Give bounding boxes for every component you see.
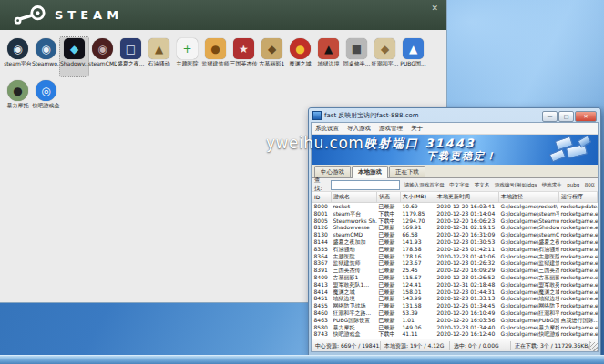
road-rash-icon: ● [7, 80, 28, 101]
table-row[interactable]: 8409古墓丽影1已最新115.672020-12-23 01:26:52G:\… [312, 274, 598, 281]
close-icon[interactable]: ✕ [431, 5, 438, 13]
table-cell: 下载中 [377, 210, 401, 217]
desktop-shortcut[interactable]: ◆古墓丽影1 [258, 37, 286, 76]
desktop-shortcut[interactable]: ■同桌修半... [343, 37, 371, 76]
table-cell: 8364 [312, 253, 332, 260]
table-cell: steam平台 [332, 210, 377, 217]
desktop-shortcut[interactable]: ◉steam平台 [4, 37, 32, 76]
city-hammers-icon: ● [290, 38, 311, 59]
desktop-shortcut[interactable]: ●监狱建筑师 [201, 37, 230, 76]
table-row[interactable]: 8451地狱边境已最新143.992020-12-23 01:33:13G:\l… [312, 295, 598, 302]
column-header[interactable]: ID [312, 192, 332, 203]
table-row[interactable]: 8144盛夏之夜加加已最新141.932020-12-23 01:30:53G:… [312, 238, 598, 246]
tab-本地游戏[interactable]: 本地游戏 [352, 166, 388, 178]
table-row[interactable]: 8580暴力摩托已最新149.062020-12-23 01:34:40G:\l… [312, 324, 598, 331]
table-cell: rocketgame.exe [559, 274, 598, 281]
table-header-row[interactable]: ID游戏名状态大小(MB)本地更新时间本地路径运行程序 [312, 192, 598, 203]
desktop-shortcut[interactable]: □盛夏之夜... [117, 37, 145, 76]
minimize-button[interactable]: — [542, 111, 558, 122]
table-cell: rocketgame.exe [559, 238, 598, 246]
table-body: 8000rocket已最新10.692020-12-20 16:03:41G:\… [312, 203, 598, 339]
close-button[interactable]: ✕ [575, 111, 597, 122]
table-row[interactable]: 8126Shadowverse已最新169.912020-12-31 02:19… [312, 224, 598, 231]
desktop-shortcut[interactable]: ◆Shadowv... [60, 37, 88, 76]
table-cell: 2020-12-20 16:09:29 [435, 267, 499, 274]
fast-titlebar[interactable]: fast 反映射宝访问fast-888.com — □ ✕ [311, 109, 599, 122]
tab-正在下载[interactable]: 正在下载 [389, 166, 425, 177]
table-row[interactable]: 8391三国英杰传已最新25.452020-12-20 16:09:29G:\l… [312, 267, 598, 274]
resize-grip[interactable] [590, 342, 598, 351]
status-bar: 中心资源: 669个 / 19841.86G本地资源: 19个 / 4.12G选… [312, 339, 598, 351]
column-header[interactable]: 本地路径 [499, 192, 559, 203]
menu-item[interactable]: 系统设置 [315, 125, 339, 133]
maximize-button[interactable]: □ [558, 111, 574, 122]
table-cell: 143.99 [401, 295, 435, 302]
table-cell: 已最新 [377, 309, 401, 317]
table-row[interactable]: 8355石油骚动已最新178.382020-12-23 01:42:11G:\l… [312, 246, 598, 253]
menu-item[interactable]: 关于 [411, 125, 423, 133]
shortcut-label: steam平台 [4, 60, 32, 67]
table-row[interactable]: 8001steam平台下载中1179.852020-12-23 01:14:04… [312, 210, 598, 217]
table-row[interactable]: 8414魔渊之城已最新158.012020-12-23 01:44:31G:\l… [312, 288, 598, 296]
table-row[interactable]: 8460狂潮和平之路...已最新53.392020-12-20 16:10:49… [312, 309, 598, 317]
column-header[interactable]: 游戏名 [332, 192, 377, 203]
shortcut-label: 盛夏之夜... [117, 60, 145, 67]
table-cell: 2020-12-20 16:10:49 [435, 309, 499, 317]
table-cell: 2020-12-20 16:12:40 [435, 330, 499, 338]
table-cell: rocketgame.exe [559, 231, 598, 238]
table-row[interactable]: 8455网络防卫战场已最新131.582020-12-25 01:34:45G:… [312, 302, 598, 309]
desktop-shortcut[interactable]: +主题医院 [173, 37, 201, 76]
beige-game-icon: ◆ [374, 38, 395, 59]
table-cell: 8463 [312, 317, 332, 324]
desktop-shortcut[interactable]: ▲石油骚动 [145, 37, 173, 76]
desktop-shortcut[interactable]: ▲地狱边境 [314, 37, 343, 76]
table-cell: 主题医院 [332, 253, 377, 260]
table-cell: 149.06 [401, 324, 435, 331]
table-row[interactable]: 8130steamCMD已最新66.582020-12-20 16:31:09G… [312, 231, 598, 238]
table-row[interactable]: 8463PUBG国际设置已最新1.012020-12-20 16:03:36G:… [312, 317, 598, 324]
table-cell: 快吧游戏盒 [332, 330, 377, 338]
shortcut-label: Steamwo... [32, 60, 60, 67]
column-header[interactable]: 本地更新时间 [435, 192, 499, 203]
table-cell: rocketgame.exe [559, 246, 598, 253]
column-header[interactable]: 运行程序 [559, 192, 598, 203]
fast-window-title: fast 反映射宝访问fast-888.com [324, 111, 419, 120]
table-row[interactable]: 8367监狱建筑师已最新123.672020-12-23 01:26:32G:\… [312, 259, 598, 267]
table-cell: rocketupdate.exe [559, 203, 598, 210]
table-cell: 8409 [312, 274, 332, 281]
desktop-shortcut[interactable]: ◎快吧游戏盒 [32, 79, 60, 118]
table-cell: 已最新 [377, 317, 401, 324]
table-row[interactable]: 8005Steamworks Sh...下载中1294.702020-12-20… [312, 217, 598, 225]
table-row[interactable]: 8743快吧游戏盒下载中41.112020-12-20 16:12:40G:\l… [312, 330, 598, 338]
desktop-shortcut[interactable]: ◆狂潮和平... [371, 37, 399, 76]
desktop-shortcut[interactable]: ◉Steamwo... [32, 37, 60, 76]
shortcut-label: 魔渊之城 [286, 60, 314, 67]
table-cell: rocketgame.exe [559, 309, 598, 317]
table-cell: 41.11 [401, 330, 435, 338]
column-header[interactable]: 大小(MB) [401, 192, 435, 203]
table-cell: 8460 [312, 309, 332, 317]
theme-hospital-icon: + [177, 38, 198, 59]
table-row[interactable]: 8413盟军敢死队1...已最新124.412020-12-31 02:18:4… [312, 281, 598, 288]
table-cell: 178.38 [401, 246, 435, 253]
table-cell: 2020-12-20 16:03:41 [435, 203, 499, 210]
table-row[interactable]: 8000rocket已最新10.692020-12-20 16:03:41G:\… [312, 203, 598, 210]
table-cell: 监狱建筑师 [332, 259, 377, 267]
search-input[interactable] [331, 180, 400, 190]
table-row[interactable]: 8364主题医院已最新178.162020-12-23 01:41:06G:\l… [312, 253, 598, 260]
desktop-shortcut[interactable]: ●暴力摩托 [4, 79, 32, 118]
taskbar[interactable] [0, 355, 604, 364]
table-cell: G:\localgame\rocket\ [499, 203, 559, 210]
desktop-shortcut[interactable]: ▲PUBG国... [399, 37, 427, 76]
desktop-shortcut[interactable]: ◉steamCMD [88, 37, 117, 76]
shortcut-label: 古墓丽影1 [258, 60, 286, 67]
menu-item[interactable]: 游戏管理 [379, 125, 403, 133]
table-cell: 178.16 [401, 253, 435, 260]
steam-titlebar[interactable]: STEAM ✕ [0, 0, 446, 30]
desktop-shortcut[interactable]: ★三国英杰传 [230, 37, 258, 76]
desktop-shortcut[interactable]: ●魔渊之城 [286, 37, 314, 76]
menu-item[interactable]: 导入游戏 [347, 125, 371, 133]
shortcut-label: 狂潮和平... [371, 60, 399, 67]
table-cell: rocketgame.exe [559, 330, 598, 338]
column-header[interactable]: 状态 [377, 192, 401, 203]
